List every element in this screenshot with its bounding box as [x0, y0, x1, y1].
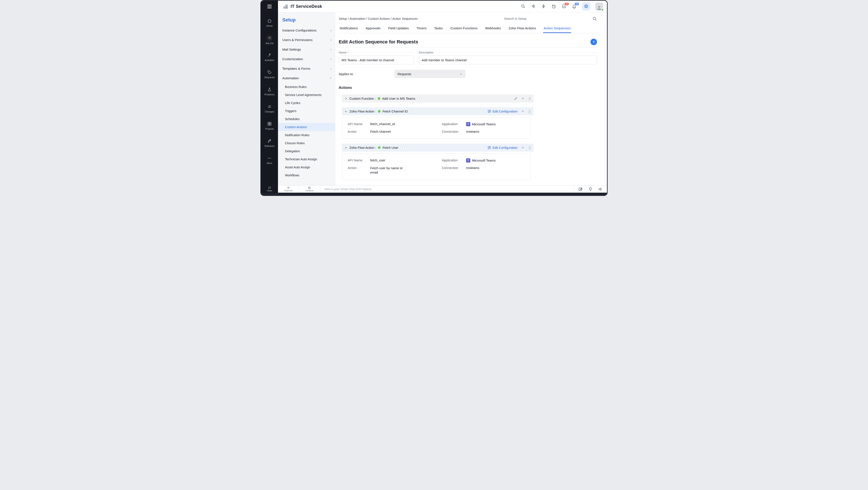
- tab-approvals[interactable]: Approvals: [365, 24, 381, 33]
- label-dashed-line: [350, 52, 414, 53]
- setup-item-customization[interactable]: Customization›: [278, 54, 335, 64]
- setup-subitem-technician-auto-assign[interactable]: Technician Auto Assign: [278, 155, 335, 163]
- tab-action-sequences[interactable]: Action Sequences: [543, 24, 571, 33]
- search-icon[interactable]: [521, 4, 526, 9]
- actions-section-heading: Actions: [339, 86, 597, 90]
- tab-field-updates[interactable]: Field Updates: [388, 24, 409, 33]
- sidebar-item-problems[interactable]: Problems: [261, 83, 278, 100]
- name-field-label: Name: [339, 51, 346, 54]
- setup-item-users-permissions[interactable]: Users & Permissions›: [278, 35, 335, 45]
- setup-subitem-workflows[interactable]: Workflows: [278, 171, 335, 179]
- header-icons: 20 24 ⚙: [521, 2, 603, 11]
- setup-subitem-closure-rules[interactable]: Closure Rules: [278, 139, 335, 147]
- tab-zoho-flow-actions[interactable]: Zoho Flow Actions: [508, 24, 536, 33]
- application-label: Application: [442, 158, 466, 162]
- setup-item-instance-configurations[interactable]: Instance Configurations›: [278, 25, 335, 35]
- drag-handle-icon[interactable]: [528, 97, 531, 100]
- action-help-chip[interactable]: ?: [417, 96, 422, 100]
- content-panel: Setup / Automation / Custom Actions / Ac…: [335, 12, 607, 185]
- zia-zap-icon[interactable]: [541, 4, 547, 9]
- more-icon: [267, 156, 272, 161]
- sidebar-item-changes[interactable]: Changes: [261, 100, 278, 117]
- edit-configuration-button[interactable]: Edit Configuration: [487, 110, 518, 113]
- setup-subitem-notification-rules[interactable]: Notification Rules: [278, 131, 335, 139]
- drag-handle-icon[interactable]: [528, 110, 531, 113]
- home-icon: [267, 19, 272, 23]
- setup-subitem-business-rules[interactable]: Business Rules: [278, 83, 335, 91]
- sidebar-item-more[interactable]: More: [261, 151, 278, 169]
- tab-timers[interactable]: Timers: [416, 24, 427, 33]
- name-input[interactable]: [339, 56, 414, 64]
- required-asterisk: *: [347, 51, 348, 54]
- user-avatar[interactable]: [595, 3, 603, 10]
- setup-sidebar-title: Setup: [282, 17, 335, 23]
- setup-search-input[interactable]: [504, 17, 590, 21]
- chevron-down-icon: [459, 72, 462, 75]
- edit-configuration-button[interactable]: Edit Configuration: [487, 146, 518, 149]
- sidebar-item-releases[interactable]: Releases: [261, 134, 278, 151]
- edit-configuration-icon: [487, 110, 491, 113]
- edit-pencil-icon[interactable]: [514, 97, 518, 100]
- remove-action-icon[interactable]: ×: [522, 97, 524, 100]
- setup-item-templates-forms[interactable]: Templates & Forms›: [278, 64, 335, 73]
- setup-subitem-custom-actions[interactable]: Custom Actions: [278, 123, 335, 131]
- help-button[interactable]: ?: [590, 39, 597, 45]
- sidebar-item-requests[interactable]: Requests: [261, 66, 278, 83]
- setup-search-icon[interactable]: [592, 16, 597, 21]
- collapse-chevron-icon[interactable]: [344, 146, 347, 149]
- notifications-bell-icon[interactable]: 24: [572, 4, 577, 9]
- tab-tasks[interactable]: Tasks: [434, 24, 443, 33]
- left-rail: Home Ask Zia Activities Requests Problem…: [261, 1, 278, 193]
- setup-item-automation[interactable]: Automation›: [278, 73, 335, 83]
- smart-chat-bar: Channels Contacts: [278, 185, 607, 193]
- breadcrumb[interactable]: Setup / Automation / Custom Actions / Ac…: [339, 17, 418, 21]
- collapse-chevron-icon[interactable]: [344, 110, 347, 113]
- remove-action-icon[interactable]: ×: [522, 146, 524, 149]
- whats-new-icon[interactable]: [531, 4, 536, 9]
- smartbar-tab-chats[interactable]: Chats: [261, 185, 278, 193]
- smartbar-tab-channels[interactable]: Channels: [278, 185, 299, 193]
- setup-sidebar: Setup Instance Configurations› Users & P…: [278, 12, 335, 185]
- tab-custom-functions[interactable]: Custom Functions: [450, 24, 478, 33]
- action-help-chip[interactable]: ?: [410, 109, 414, 113]
- announcement-icon[interactable]: [598, 187, 602, 191]
- action-value: Fetch user by name or email: [370, 166, 407, 175]
- top-header: IT ServiceDesk 20 24 ⚙: [278, 1, 607, 12]
- expand-chevron-icon[interactable]: [344, 97, 347, 100]
- hamburger-menu-button[interactable]: [261, 1, 278, 12]
- smart-chat-input-wrap: [320, 185, 574, 193]
- api-name-label: API Name: [348, 122, 370, 126]
- setup-subitem-asset-auto-assign[interactable]: Asset Auto Assign: [278, 163, 335, 171]
- settings-gear-button[interactable]: ⚙: [582, 2, 590, 11]
- approvals-icon[interactable]: 20: [562, 4, 567, 9]
- applies-to-select[interactable]: Requests: [395, 70, 465, 78]
- sidebar-item-activities[interactable]: Activities: [261, 49, 278, 66]
- setup-subitem-triggers[interactable]: Triggers: [278, 107, 335, 115]
- setup-subitem-life-cycles[interactable]: Life Cycles: [278, 99, 335, 107]
- setup-subitem-schedules[interactable]: Schedules: [278, 115, 335, 123]
- sidebar-item-home[interactable]: Home: [261, 14, 278, 31]
- action-label: Action: [348, 166, 370, 170]
- description-input[interactable]: [419, 56, 597, 64]
- sidebar-item-projects[interactable]: Projects: [261, 117, 278, 134]
- chevron-right-icon: ›: [330, 57, 332, 61]
- compose-icon[interactable]: [578, 187, 583, 191]
- remove-action-icon[interactable]: ×: [522, 110, 524, 113]
- activities-icon: [267, 53, 272, 58]
- history-icon[interactable]: [551, 4, 557, 9]
- smart-chat-input[interactable]: [324, 187, 574, 191]
- smartbar-tab-contacts[interactable]: Contacts: [299, 185, 320, 193]
- description-field-group: Description: [419, 51, 597, 64]
- sidebar-item-ask-zia[interactable]: Ask Zia: [261, 31, 278, 49]
- tab-notifications[interactable]: Notifications: [339, 24, 358, 33]
- tab-webhooks[interactable]: Webhooks: [485, 24, 501, 33]
- bulb-icon[interactable]: [588, 187, 593, 191]
- smartbar-icons: [574, 185, 607, 193]
- drag-handle-icon[interactable]: [528, 146, 531, 150]
- setup-subitem-delegation[interactable]: Delegation: [278, 147, 335, 155]
- setup-subitem-service-level-agreements[interactable]: Service Level Agreements: [278, 91, 335, 99]
- setup-item-mail-settings[interactable]: Mail Settings›: [278, 45, 335, 54]
- action-help-chip[interactable]: ?: [400, 146, 404, 150]
- changes-icon: [267, 104, 272, 109]
- chevron-right-icon: ›: [330, 28, 332, 32]
